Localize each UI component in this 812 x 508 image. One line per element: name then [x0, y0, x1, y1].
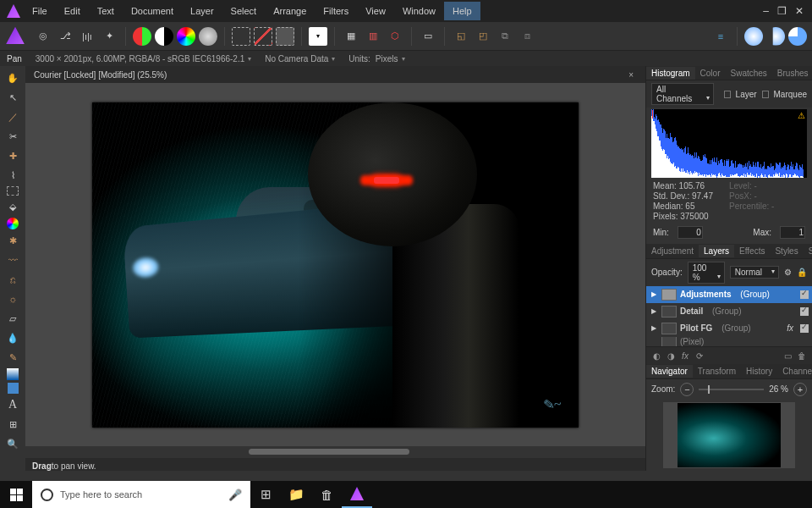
menu-select[interactable]: Select	[222, 2, 266, 20]
doc-dims-dropdown[interactable]: 3000 × 2001px, 6.00MP, RGBA/8 - sRGB IEC…	[36, 54, 251, 64]
guides-icon[interactable]: ▥	[364, 27, 382, 46]
erase-tool-icon[interactable]: ▱	[3, 310, 22, 327]
expand-icon[interactable]: ▶	[650, 324, 658, 332]
selection-rect-icon[interactable]	[232, 27, 250, 46]
crop-tool-icon[interactable]: ✂	[3, 128, 22, 145]
move-tool-icon[interactable]: ↖	[3, 89, 22, 106]
explorer-icon[interactable]: 📁	[281, 481, 311, 508]
tab-layers[interactable]: Layers	[699, 245, 734, 257]
min-input[interactable]	[678, 226, 703, 239]
color-wheel-icon[interactable]	[177, 27, 195, 46]
warning-icon[interactable]: ⚠	[798, 111, 805, 120]
taskbar-search[interactable]: Type here to search 🎤	[32, 481, 250, 508]
menu-arrange[interactable]: Arrange	[265, 2, 315, 20]
mic-icon[interactable]: 🎤	[228, 489, 242, 501]
layer-pixel[interactable]: (Pixel)	[646, 337, 812, 346]
shape-tool-icon[interactable]	[8, 383, 19, 394]
assets-icon[interactable]: ▭	[419, 27, 437, 46]
heal-tool-icon[interactable]: ✚	[3, 147, 22, 164]
delete-layer-icon[interactable]: 🗑	[795, 350, 809, 362]
canvas[interactable]: ✎~	[25, 83, 645, 446]
color-tool-icon[interactable]	[7, 218, 19, 229]
tab-swatches[interactable]: Swatches	[725, 67, 771, 80]
opacity-dropdown[interactable]: 100 %	[688, 262, 725, 284]
marquee-checkbox[interactable]	[762, 91, 769, 98]
text-tool-icon[interactable]: A	[3, 396, 22, 413]
menu-file[interactable]: File	[24, 2, 56, 20]
arrange-ungroup-icon[interactable]: ⧈	[518, 27, 536, 46]
lasso-tool-icon[interactable]: ⌇	[3, 167, 22, 184]
menu-window[interactable]: Window	[394, 2, 444, 20]
mask-icon[interactable]: ◐	[650, 350, 663, 362]
tab-color[interactable]: Color	[695, 67, 726, 80]
selection-mask-icon[interactable]	[276, 27, 294, 46]
tab-styles[interactable]: Styles	[770, 245, 803, 257]
live-icon[interactable]: ⟳	[693, 350, 706, 362]
recycle-icon[interactable]: 🗑	[311, 481, 342, 508]
units-dropdown[interactable]: Pixels	[376, 54, 431, 64]
expand-icon[interactable]: ▶	[650, 290, 658, 298]
arrange-group-icon[interactable]: ⧉	[496, 27, 514, 46]
menu-text[interactable]: Text	[89, 2, 123, 20]
tab-stock[interactable]: Stock	[804, 245, 812, 257]
gradient-tool-icon[interactable]	[7, 368, 19, 380]
arrange-back-icon[interactable]: ◱	[452, 27, 470, 46]
close-tab-icon[interactable]: ×	[628, 70, 634, 80]
start-button[interactable]	[0, 481, 32, 508]
lock-icon[interactable]: 🔒	[797, 268, 807, 277]
tab-transform[interactable]: Transform	[693, 365, 741, 378]
fx-icon[interactable]: fx	[678, 350, 692, 362]
smudge-tool-icon[interactable]: 〰	[3, 251, 22, 268]
menu-document[interactable]: Document	[123, 2, 182, 20]
tab-navigator[interactable]: Navigator	[646, 365, 693, 378]
minimize-button[interactable]: –	[763, 5, 769, 17]
horizontal-scrollbar[interactable]	[25, 446, 645, 458]
pencil-tool-icon[interactable]: ✎	[3, 349, 22, 366]
clone-tool-icon[interactable]: ⎌	[3, 271, 22, 288]
swatch-split-icon[interactable]	[133, 27, 151, 46]
layer-checkbox[interactable]	[724, 91, 731, 98]
menu-edit[interactable]: Edit	[56, 2, 89, 20]
zoom-slider[interactable]	[699, 389, 764, 390]
tab-history[interactable]: History	[741, 365, 777, 378]
close-button[interactable]: ✕	[795, 5, 804, 17]
layer-adjustments[interactable]: ▶ Adjustments (Group)	[646, 286, 812, 303]
persona-icon[interactable]	[5, 26, 25, 47]
layer-pilot-fg[interactable]: ▶ Pilot FG (Group) fx	[646, 320, 812, 337]
spray-tool-icon[interactable]: ✱	[3, 232, 22, 249]
visibility-checkbox[interactable]	[800, 324, 809, 333]
layer-detail[interactable]: ▶ Detail (Group)	[646, 303, 812, 320]
sphere3-icon[interactable]	[788, 27, 807, 46]
grid-icon[interactable]: ▦	[342, 27, 360, 46]
arrange-front-icon[interactable]: ◰	[474, 27, 492, 46]
blend-dropdown[interactable]: Normal	[730, 266, 779, 279]
contrast-icon[interactable]	[155, 27, 173, 46]
zoom-tool-icon[interactable]: 🔍	[3, 435, 22, 452]
visibility-checkbox[interactable]	[800, 290, 809, 299]
menu-layer[interactable]: Layer	[182, 2, 222, 20]
gray-circle-icon[interactable]	[199, 27, 217, 46]
sphere1-icon[interactable]	[744, 27, 763, 46]
visibility-checkbox[interactable]	[800, 307, 809, 316]
burn-tool-icon[interactable]: ☼	[3, 290, 22, 307]
tab-histogram[interactable]: Histogram	[646, 67, 695, 80]
persona-tone-icon[interactable]: |ı|ı	[78, 27, 96, 46]
affinity-app-icon[interactable]	[342, 481, 372, 508]
maximize-button[interactable]: ❐	[777, 5, 787, 17]
snap-icon[interactable]: ⬡	[386, 27, 404, 46]
autolev-icon[interactable]: ▾	[309, 27, 327, 46]
tab-channels[interactable]: Channels	[777, 365, 812, 378]
tab-adjustment[interactable]: Adjustment	[646, 245, 699, 257]
navigator-preview[interactable]	[663, 402, 795, 468]
persona-export-icon[interactable]: ✦	[100, 27, 118, 46]
zoom-in-button[interactable]: +	[793, 383, 807, 396]
selection-diag-icon[interactable]	[254, 27, 272, 46]
persona-liquify-icon[interactable]: ◎	[34, 27, 52, 46]
marquee-tool-icon[interactable]	[7, 186, 19, 196]
expand-icon[interactable]: ▶	[650, 307, 658, 315]
gear-icon[interactable]: ⚙	[784, 268, 792, 277]
flood-tool-icon[interactable]: ⬙	[3, 198, 22, 215]
task-view-icon[interactable]: ⊞	[250, 481, 281, 508]
max-input[interactable]	[780, 226, 805, 239]
adjust-icon[interactable]: ◑	[664, 350, 678, 362]
